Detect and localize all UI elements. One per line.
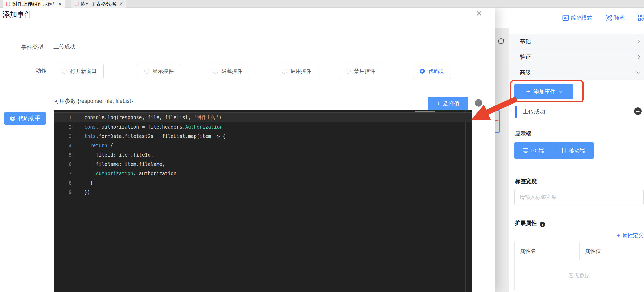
document-icon [6, 2, 10, 6]
available-params-text: 可用参数:{response, file, fileList} [54, 97, 133, 105]
action-open-new-window[interactable]: 打开新窗口 [55, 64, 104, 78]
grid-icon [638, 14, 644, 21]
radio-icon [144, 69, 149, 74]
code-lines[interactable]: 1console.log(response, file, fileList, '… [54, 110, 472, 197]
section-label: 高级 [520, 69, 531, 76]
attr-define-link[interactable]: + 属性定义 [617, 232, 643, 239]
plus-icon: + [526, 88, 530, 96]
layout-grid-button[interactable] [638, 14, 644, 21]
line-number: 1 [54, 115, 72, 120]
line-number: 7 [54, 171, 72, 176]
plus-icon: + [617, 232, 620, 239]
code-helper-label: 代码助手 [18, 114, 40, 122]
select-value-label: 选择值 [443, 100, 460, 107]
modal-title: 添加事件 [3, 10, 32, 20]
section-label: 验证 [520, 54, 531, 60]
label-width-input[interactable] [514, 189, 644, 205]
code-line[interactable]: 1console.log(response, file, fileList, '… [54, 113, 472, 122]
display-side-label: 显示端 [515, 130, 531, 137]
extended-attrs-text: 扩展属性 [515, 220, 537, 226]
add-event-button[interactable]: + 添加事件 [514, 84, 573, 99]
action-enable-control[interactable]: 启用控件 [275, 64, 318, 78]
code-line[interactable]: 5 fileid: item.fileId, [54, 150, 472, 159]
redo-icon[interactable] [497, 38, 505, 45]
add-event-modal: 添加事件 ✕ 事件类型 上传成功 动作 打开新窗口 显示控件 隐藏控件 启用控件… [0, 8, 495, 292]
action-option-label: 启用控件 [290, 68, 311, 75]
radio-icon [282, 69, 287, 74]
code-helper-button[interactable]: 代码助手 [4, 112, 46, 125]
code-line[interactable]: 8 } [54, 178, 472, 187]
table-empty-state: 暂无数据 [515, 260, 644, 290]
section-advanced[interactable]: 高级 [509, 65, 644, 80]
action-option-label: 代码块 [428, 68, 444, 75]
action-disable-control[interactable]: 禁用控件 [339, 64, 382, 78]
attrs-table-header: 属性名 属性值 [515, 242, 644, 260]
phone-icon [561, 148, 566, 154]
line-number: 6 [54, 161, 72, 167]
extended-attrs-table: 属性名 属性值 暂无数据 [514, 242, 644, 290]
radio-icon [62, 69, 67, 74]
action-option-label: 显示控件 [153, 68, 174, 75]
tab-attachment-upload-example[interactable]: 附件上传组件示例* ✕ [3, 0, 65, 8]
chevron-right-icon [636, 55, 640, 59]
remove-action-button[interactable] [475, 99, 482, 107]
code-mode-icon [562, 15, 569, 21]
action-option-label: 禁用控件 [354, 68, 375, 75]
event-item-upload-success: 上传成功 [523, 108, 545, 115]
pc-side-button[interactable]: PC端 [514, 142, 552, 159]
canvas-strip [495, 28, 509, 292]
action-label: 动作 [35, 67, 47, 74]
modal-close-icon[interactable]: ✕ [476, 9, 482, 18]
event-type-label: 事件类型 [21, 43, 43, 51]
radio-selected-icon [420, 69, 425, 74]
chevron-down-icon [558, 89, 562, 93]
file-tab-bar: 附件上传组件示例* ✕ 附件子表格数据 ✕ [0, 0, 644, 8]
action-hide-control[interactable]: 隐藏控件 [206, 64, 249, 78]
code-mode-button[interactable]: 编码模式 [562, 14, 592, 21]
monitor-icon [523, 148, 529, 153]
chevron-down-icon [636, 70, 640, 74]
mobile-side-button[interactable]: 移动端 [552, 142, 594, 159]
line-number: 3 [54, 133, 72, 139]
section-label: 基础 [520, 38, 531, 45]
section-validation[interactable]: 验证 [509, 49, 644, 65]
code-text: }) [84, 189, 90, 195]
section-basic[interactable]: 基础 [509, 34, 644, 49]
radio-icon [346, 69, 351, 74]
event-type-value: 上传成功 [53, 43, 76, 50]
line-number: 9 [54, 189, 72, 195]
line-number: 5 [54, 152, 72, 158]
code-line[interactable]: 6 fileName: item.fileName, [54, 159, 472, 169]
tab-attachment-subtable-data[interactable]: 附件子表格数据 ✕ [71, 0, 126, 8]
chevron-right-icon [636, 40, 640, 44]
attr-name-header: 属性名 [515, 242, 580, 260]
code-text: console.log(response, file, fileList, '附… [84, 114, 222, 121]
select-value-button[interactable]: + 选择值 [428, 97, 468, 110]
code-line[interactable]: 3this.formData.filetest2s = fileList.map… [54, 131, 472, 141]
label-width-label: 标签宽度 [515, 178, 537, 185]
action-option-label: 隐藏控件 [221, 68, 242, 75]
radio-icon [213, 69, 218, 74]
pc-side-label: PC端 [531, 147, 544, 154]
code-line[interactable]: 4 return { [54, 141, 472, 150]
action-code-block[interactable]: 代码块 [413, 64, 451, 78]
code-text: fileName: item.fileName, [84, 161, 165, 167]
tab-close-icon[interactable]: ✕ [119, 1, 123, 7]
code-editor[interactable]: 1console.log(response, file, fileList, '… [54, 110, 472, 292]
code-text: fileid: item.fileId, [84, 152, 154, 158]
extended-attrs-label: 扩展属性i [515, 219, 545, 227]
preview-button[interactable]: 预览 [605, 14, 625, 21]
code-line[interactable]: 7 Authorization: authorization [54, 169, 472, 178]
info-icon: i [540, 222, 545, 227]
tab-close-icon[interactable]: ✕ [58, 1, 62, 7]
code-text: Authorization: authorization [84, 171, 176, 176]
remove-event-button[interactable] [634, 107, 642, 115]
tab-label: 附件上传组件示例* [12, 1, 55, 7]
plus-icon: + [437, 100, 440, 108]
lifebuoy-icon [10, 115, 16, 121]
code-line[interactable]: 2const authorization = file.headers.Auth… [54, 122, 472, 131]
properties-panel: 基础 验证 高级 + 添加事件 上传成功 显示端 PC端 移动端 标签宽度 扩展… [509, 28, 644, 292]
code-line[interactable]: 9}) [54, 187, 472, 197]
attr-define-label: 属性定义 [622, 232, 643, 239]
action-show-control[interactable]: 显示控件 [137, 64, 181, 78]
